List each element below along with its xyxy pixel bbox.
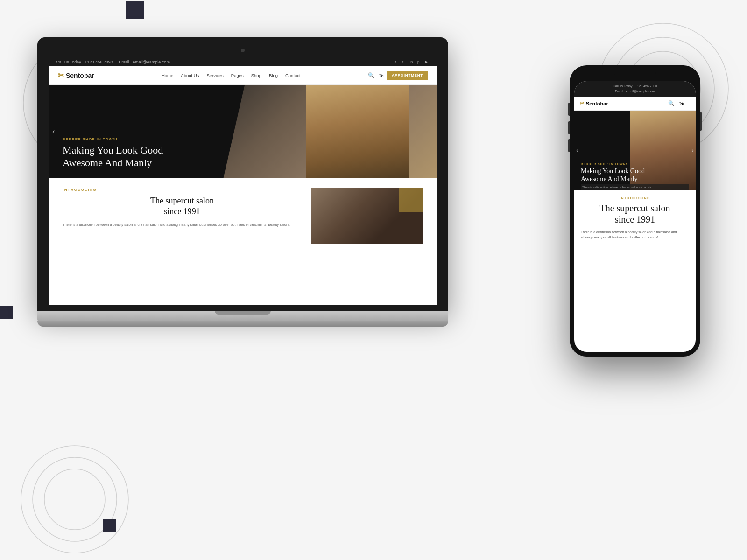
nav-pages[interactable]: Pages [231,73,244,78]
cart-icon[interactable]: 🛍 [378,73,383,78]
phone-notch-area [574,70,696,79]
phone-power-button [700,112,702,131]
intro-image [311,188,423,244]
phone-intro-title-line2: since 1991 [615,214,655,224]
hero-prev-button[interactable]: ‹ [52,127,55,136]
phone-topbar: Call us Today : +123 456 7890 Email : em… [574,81,696,97]
phone-hero-next[interactable]: › [691,147,694,154]
phone-hero: BERBER SHOP IN TOWN! Making You Look Goo… [574,111,696,190]
intro-label: INTRODUCING [63,188,302,192]
intro-title-line2: since 1991 [164,207,200,216]
phone-body: Call us Today : +123 456 7890 Email : em… [570,65,700,357]
phone-volume-up-button [568,103,570,116]
intro-title-line1: The supercut salon [150,196,214,205]
site-topbar: Call us Today : +123 456 7890 Email : em… [49,58,437,66]
twitter-icon: t [402,60,407,64]
phone-hero-prev[interactable]: ‹ [576,147,578,154]
nav-shop[interactable]: Shop [251,73,261,78]
phone-intro-title-line1: The supercut salon [599,203,670,213]
laptop-stand [37,321,448,327]
phone-silent-button [568,139,570,152]
nav-blog[interactable]: Blog [269,73,278,78]
decorative-square-2 [0,306,13,319]
phone-search-icon[interactable]: 🔍 [668,100,675,106]
man-silhouette [306,85,409,178]
phone-intro-label: INTRODUCING [581,196,689,200]
svg-point-8 [21,446,128,553]
phone-intro: INTRODUCING The supercut salon since 199… [574,190,696,246]
laptop-base [37,311,448,321]
hero-man-image [306,85,409,178]
site-hero: BERBER SHOP IN TOWN! Making You Look Goo… [49,85,437,178]
decorative-square-3 [103,519,116,532]
phone-intro-description: There is a distinction between a beauty … [581,230,689,240]
phone-screen: Call us Today : +123 456 7890 Email : em… [574,81,696,352]
phone-screen-inner: Call us Today : +123 456 7890 Email : em… [574,81,696,352]
topbar-social: f t in p ▶ [395,60,430,64]
hero-title-line2: Awesome And Manly [63,157,152,168]
intro-title: The supercut salon since 1991 [63,196,302,217]
svg-point-10 [44,469,105,530]
hero-title-line1: Making You Look Good [63,144,163,156]
laptop-camera [241,49,245,52]
decorative-circles-bottom [14,439,135,560]
topbar-email: Email : email@eample.com [119,60,170,64]
phone-mockup: Call us Today : +123 456 7890 Email : em… [570,65,700,357]
phone-volume-down-button [568,121,570,134]
facebook-icon: f [395,60,400,64]
phone-hero-title: Making You Look Good Awesome And Manly [581,168,658,183]
phone-header-actions: 🔍 🛍 ≡ [668,100,690,106]
phone-notch [614,70,656,77]
nav-home[interactable]: Home [162,73,173,78]
intro-text: INTRODUCING The supercut salon since 199… [63,188,302,244]
nav-about[interactable]: About Us [181,73,199,78]
hero-title: Making You Look Good Awesome And Manly [63,144,163,169]
appointment-button[interactable]: APPOINTMENT [387,71,428,80]
logo-text: Sentobar [66,72,94,79]
phone-hero-subtitle: BERBER SHOP IN TOWN! [581,162,658,166]
hero-subtitle: BERBER SHOP IN TOWN! [63,137,163,141]
phone-hero-description: There is a distinction between a barber … [581,184,689,190]
pinterest-icon: p [417,60,422,64]
laptop-camera-area [49,46,437,54]
nav-services[interactable]: Services [206,73,223,78]
decorative-square-1 [126,1,144,19]
site-nav: Home About Us Services Pages Shop Blog C… [162,73,301,78]
nav-actions: 🔍 🛍 APPOINTMENT [368,71,428,80]
phone-header: ✂ Sentobar 🔍 🛍 ≡ [574,97,696,111]
laptop-body: Call us Today : +123 456 7890 Email : em… [37,37,448,327]
intro-description: There is a distinction between a beauty … [63,222,302,227]
intro-image-bg [311,188,423,244]
phone-menu-icon[interactable]: ≡ [687,101,690,106]
phone-topbar-phone: Call us Today : +123 456 7890 [579,84,691,89]
phone-cart-icon[interactable]: 🛍 [678,101,684,106]
site-intro: INTRODUCING The supercut salon since 199… [49,178,437,253]
phone-logo-icon: ✂ [580,100,584,106]
site-logo: ✂ Sentobar [58,71,94,80]
logo-icon: ✂ [58,71,64,80]
phone-logo: ✂ Sentobar [580,100,608,106]
nav-contact[interactable]: Contact [285,73,301,78]
laptop-hinge [215,311,271,315]
laptop-screen: Call us Today : +123 456 7890 Email : em… [49,58,437,305]
phone-intro-title: The supercut salon since 1991 [581,203,689,225]
youtube-icon: ▶ [425,60,430,64]
topbar-contact: Call us Today : +123 456 7890 Email : em… [56,60,170,64]
search-icon[interactable]: 🔍 [368,72,374,78]
laptop-screen-outer: Call us Today : +123 456 7890 Email : em… [37,37,448,311]
hero-content: BERBER SHOP IN TOWN! Making You Look Goo… [63,137,163,169]
phone-topbar-email: Email : email@eample.com [579,89,691,94]
instagram-icon: in [410,60,415,64]
laptop-mockup: Call us Today : +123 456 7890 Email : em… [37,37,458,327]
site-header: ✂ Sentobar Home About Us Services Pages … [49,66,437,85]
phone-hero-title-line1: Making You Look Good [581,168,645,175]
phone-hero-content: BERBER SHOP IN TOWN! Making You Look Goo… [581,162,658,183]
phone-logo-text: Sentobar [586,101,608,106]
intro-image-square [399,188,423,212]
topbar-phone: Call us Today : +123 456 7890 [56,60,113,64]
phone-hero-title-line2: Awesome And Manly [581,175,638,182]
